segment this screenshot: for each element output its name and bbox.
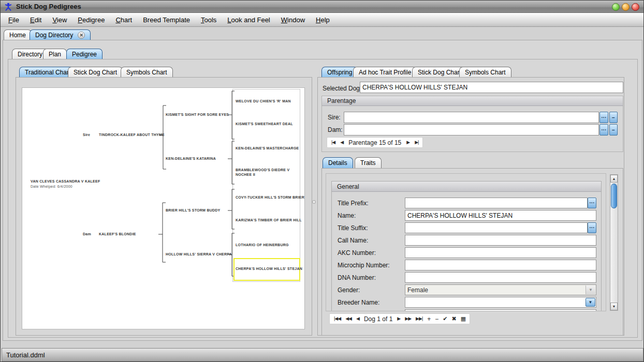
menu-bar: File Edit View Pedigree Chart Breed Temp… [1,13,643,27]
parentage-nav-last-icon[interactable]: ▶| [415,140,418,145]
title-prefix-browse-icon[interactable]: ··· [588,198,596,208]
maximize-button[interactable] [622,3,630,11]
dog-nav-next-page-icon[interactable]: ▶▶ [405,316,411,321]
tab-dog-directory[interactable]: Dog Directory ✕ [30,29,91,40]
close-tab-icon[interactable]: ✕ [78,32,85,39]
title-suffix-input[interactable] [405,222,588,233]
menu-item-view[interactable]: View [50,15,69,25]
pedigree-node-great-grandparent[interactable]: KEN-DELAINE'S MASTERCHARGE [236,146,299,151]
title-prefix-input[interactable] [405,198,588,208]
delete-record-icon[interactable]: − [435,316,438,322]
parentage-nav-prev-icon[interactable]: ◀ [340,140,343,145]
right-tab-offspring[interactable]: Offspring [321,67,358,78]
title-suffix-browse-icon[interactable]: ··· [588,222,596,233]
minimize-button[interactable] [612,3,620,11]
tab-home[interactable]: Home [4,29,32,40]
gender-combo[interactable]: Female ▼ [405,284,596,295]
breeder-name-combo[interactable]: ▼ [405,297,596,308]
parentage-nav-label: Parentage 15 of 15 [348,139,401,146]
clipped-next-input[interactable] [405,309,596,311]
right-tab-adhoc-label: Ad hoc Trait Profile [359,69,411,76]
sire-input[interactable] [344,112,599,123]
menu-item-window[interactable]: Window [279,15,308,25]
selected-dog-label: Selected Dog: [323,85,361,92]
subtab-pedigree-label: Pedigree [72,51,97,58]
pedigree-node-grandparent[interactable]: HOLLOW HILLS' SIERRA V CHERPA [166,252,232,257]
details-scrollbar[interactable]: ▲ ▼ [610,174,618,311]
call-name-input[interactable] [405,235,596,246]
menu-item-chart[interactable]: Chart [113,15,135,25]
pedigree-node-great-grandparent[interactable]: LOTHARIO OF HEINERBURG [236,243,289,248]
dog-nav-next-icon[interactable]: ▶ [397,316,400,321]
pedigree-node-sire[interactable]: TINDROCK-KALEEF ABOUT THYME [99,133,165,138]
dna-number-input[interactable] [405,272,596,283]
dam-browse-icon[interactable]: ··· [599,124,608,135]
parentage-nav-first-icon[interactable]: |◀ [331,140,335,145]
breeder-dropdown-icon[interactable]: ▼ [586,298,595,307]
microchip-number-label: Microchip Number: [338,262,390,269]
gender-dropdown-icon[interactable]: ▼ [586,285,595,294]
pedigree-node-great-grandparent[interactable]: COVY-TUCKER HILL'S STORM BRIER [236,195,304,200]
right-tab-offspring-label: Offspring [327,69,352,76]
commit-record-icon[interactable]: ✔ [443,316,447,322]
left-tab-symbols-chart[interactable]: Symbols Chart [121,67,173,78]
detail-tab-traits[interactable]: Traits [355,157,382,168]
selected-dog-input[interactable] [360,82,623,93]
pedigree-node-dam[interactable]: KALEEF'S BLONDIE [99,232,136,237]
akc-number-input[interactable] [405,247,596,258]
dog-nav-first-icon[interactable]: |◀◀ [334,316,341,321]
dna-number-label: DNA Number: [338,274,376,281]
pedigree-node-great-grandparent[interactable]: KISMET'S SWEETHEART DEAL [236,122,293,127]
menu-item-help[interactable]: Help [313,15,332,25]
pedigree-node-great-grandparent[interactable]: BRAMBLEWOOD'S DIEDRE V NOCHEE II [236,168,294,177]
subtab-plan[interactable]: Plan [43,49,67,59]
pedigree-node-grandparent[interactable]: KEN-DELAINE'S KATARINA [166,157,216,161]
dog-nav-last-icon[interactable]: ▶▶| [416,316,422,321]
cancel-record-icon[interactable]: ✖ [452,316,456,322]
pedigree-node-root[interactable]: VAN CLEVES CASSANDRA V KALEEF [31,179,100,184]
pedigree-node-selected[interactable]: CHERPA'S HOLLOW HILLS' STEJAN [236,267,302,272]
sire-remove-icon[interactable]: − [609,112,618,123]
dog-nav-label: Dog 1 of 1 [364,315,392,323]
left-tab-traditional-label: Traditional Chart [25,69,70,76]
menu-item-pedigree[interactable]: Pedigree [75,15,107,25]
pedigree-node-great-grandparent[interactable]: WELOVE DU CHIEN'S 'R' MAN [236,99,291,104]
right-tab-symbols-chart[interactable]: Symbols Chart [459,67,511,78]
grid-view-icon[interactable]: ▦ [461,316,465,322]
pedigree-node-grandparent[interactable]: BRIER HILL'S STORM BUDDY [166,208,221,213]
scroll-up-icon[interactable]: ▲ [610,175,618,183]
right-tab-adhoc-trait-profile[interactable]: Ad hoc Trait Profile [353,67,417,78]
scroll-thumb[interactable] [611,184,617,208]
close-window-button[interactable] [632,3,639,11]
right-tab-symbols-label: Symbols Chart [465,69,506,76]
left-tab-stick-label: Stick Dog Chart [74,69,117,76]
menu-item-tools[interactable]: Tools [198,15,219,25]
sire-browse-icon[interactable]: ··· [599,112,608,123]
menu-item-edit[interactable]: Edit [27,15,44,25]
subtab-pedigree[interactable]: Pedigree [66,49,103,59]
pedigree-node-grandparent[interactable]: KISMET'S SIGHT FOR SORE EYES [166,113,229,117]
dam-input[interactable] [344,124,599,135]
detail-tab-details[interactable]: Details [323,157,353,168]
sire-field-label: Sire: [328,114,341,121]
menu-item-breed-template[interactable]: Breed Template [140,15,193,25]
detail-tab-traits-label: Traits [360,159,376,167]
add-record-icon[interactable]: + [427,316,430,322]
name-input[interactable] [405,210,596,221]
left-tab-stick-dog-chart[interactable]: Stick Dog Chart [68,67,123,78]
gender-label: Gender: [338,286,360,294]
microchip-number-input[interactable] [405,260,596,270]
app-icon [4,3,12,11]
dog-nav-prev-icon[interactable]: ◀ [356,316,359,321]
menu-item-look-and-feel[interactable]: Look and Feel [225,15,272,25]
parentage-nav-next-icon[interactable]: ▶ [406,140,409,145]
title-suffix-label: Title Suffix: [338,224,368,232]
dog-nav-prev-page-icon[interactable]: ◀◀ [345,316,352,321]
pedigree-node-great-grandparent[interactable]: KARIZMA'S TIMBER OF BRIER HILL [236,218,302,223]
scroll-down-icon[interactable]: ▼ [610,303,618,310]
splitter-handle[interactable] [312,200,316,204]
dam-remove-icon[interactable]: − [609,124,618,135]
tab-dog-directory-label: Dog Directory [35,32,73,39]
parentage-title: Parentage [327,97,356,104]
menu-item-file[interactable]: File [6,15,22,25]
